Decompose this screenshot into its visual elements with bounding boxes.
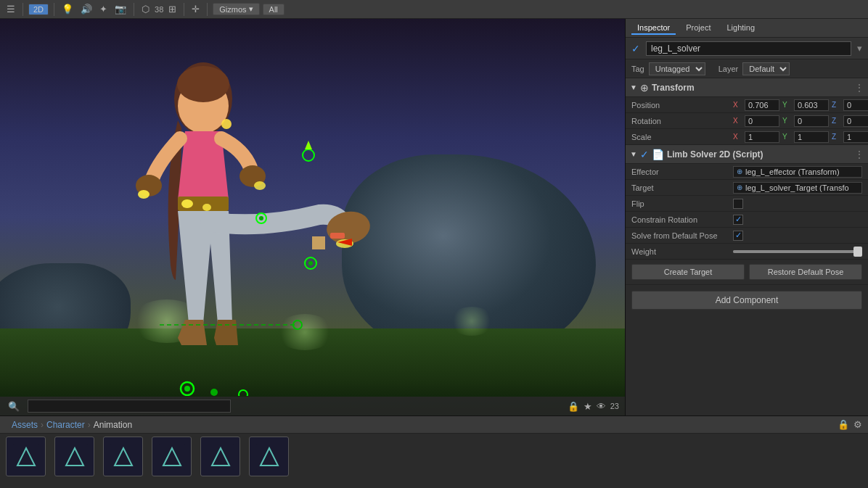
svg-point-23 (184, 386, 190, 392)
all-button[interactable]: All (263, 4, 284, 15)
separator (22, 3, 23, 16)
weight-label: Weight (631, 247, 733, 256)
scale-x-label: X (733, 133, 742, 141)
svg-point-2 (177, 66, 229, 102)
flip-row: Flip (626, 196, 868, 212)
active-checkbox[interactable]: ✓ (631, 43, 640, 54)
lock-icon[interactable]: 🔒 (568, 401, 579, 412)
constrain-rotation-row: Constrain Rotation ✓ (626, 212, 868, 228)
svg-point-4 (181, 199, 193, 208)
eye-icon[interactable]: 👁 (597, 401, 606, 412)
tab-inspector[interactable]: Inspector (631, 22, 676, 35)
rotation-row: Rotation X Y Z (626, 113, 868, 129)
audio-icon[interactable]: 🔊 (78, 4, 94, 15)
position-label: Position (631, 101, 733, 109)
breadcrumb-animation: Animation (94, 420, 132, 430)
anim-thumb-4[interactable] (152, 437, 192, 476)
target-field[interactable]: ⊕ leg_L_solver_Target (Transfo (733, 182, 862, 194)
transform-header[interactable]: ▼ ⊕ Transform ⋮ (626, 78, 868, 97)
light-icon[interactable]: 💡 (60, 4, 75, 15)
anim-thumb-6[interactable] (249, 437, 289, 476)
rotation-values: X Y Z (733, 115, 868, 127)
lock-bottom-icon[interactable]: 🔒 (838, 419, 849, 430)
transform-icon[interactable]: ✛ (189, 4, 202, 15)
position-row: Position X Y Z (626, 97, 868, 113)
constrain-rotation-checkmark: ✓ (735, 215, 742, 224)
transform-menu[interactable]: ⋮ (855, 83, 864, 93)
bookmark-icon[interactable]: ★ (584, 401, 592, 412)
breadcrumb-assets[interactable]: Assets (12, 420, 38, 430)
bottom-count: 23 (610, 402, 619, 410)
mode-2d-button[interactable]: 2D (28, 4, 49, 15)
limb-solver-checkbox[interactable]: ✓ (640, 149, 649, 160)
anim-thumb-3[interactable] (103, 437, 143, 476)
layer-select[interactable]: Default (742, 62, 790, 75)
svg-point-17 (259, 216, 263, 220)
object-name-input[interactable] (646, 41, 851, 56)
scale-x-input[interactable] (745, 131, 779, 143)
tag-label: Tag (631, 65, 644, 73)
weight-slider-handle[interactable] (853, 247, 862, 257)
svg-point-19 (308, 261, 313, 265)
rot-z-input[interactable] (843, 115, 868, 127)
scale-z-input[interactable] (843, 131, 868, 143)
weight-slider[interactable] (733, 250, 862, 253)
pos-z-label: Z (832, 101, 840, 109)
anim-thumb-1[interactable] (6, 437, 46, 476)
solve-default-checkbox[interactable]: ✓ (733, 231, 743, 241)
pos-y-input[interactable] (794, 99, 829, 111)
mesh-icon[interactable]: ⬡ (139, 4, 152, 15)
rot-y-input[interactable] (794, 115, 829, 127)
object-name-row: ✓ ▾ (626, 38, 868, 59)
flip-label: Flip (631, 199, 733, 208)
effects-icon[interactable]: ✦ (97, 4, 110, 15)
inspector-tabs: Inspector Project Lighting (626, 19, 868, 38)
search-icon[interactable]: 🔍 (6, 401, 22, 412)
pos-z-input[interactable] (843, 99, 868, 111)
restore-default-button[interactable]: Restore Default Pose (749, 264, 862, 280)
scale-y-label: Y (782, 133, 791, 141)
pos-y-label: Y (782, 101, 791, 109)
limb-solver-menu[interactable]: ⋮ (855, 149, 864, 160)
anim-thumb-5[interactable] (200, 437, 240, 476)
flip-checkbox[interactable] (733, 199, 743, 209)
rot-x-input[interactable] (745, 115, 779, 127)
effector-label: Effector (631, 168, 733, 176)
breadcrumb-character[interactable]: Character (46, 420, 85, 430)
rotation-label: Rotation (631, 117, 733, 125)
layer-label: Layer (718, 65, 739, 73)
scene-view[interactable]: 🔍 🔒 ★ 👁 23 (0, 19, 625, 415)
transform-section: Position X Y Z Rotation X Y Z (626, 97, 868, 145)
limb-solver-header[interactable]: ▼ ✓ 📄 Limb Solver 2D (Script) ⋮ (626, 145, 868, 164)
tab-project[interactable]: Project (680, 22, 716, 35)
character-svg (58, 33, 385, 396)
tab-lighting[interactable]: Lighting (721, 22, 761, 35)
effector-field[interactable]: ⊕ leg_L_effector (Transform) (733, 166, 862, 178)
solve-default-checkmark: ✓ (735, 231, 742, 240)
position-values: X Y Z (733, 99, 868, 111)
menu-icon[interactable]: ☰ (4, 4, 17, 15)
target-ref-text: leg_L_solver_Target (Transfo (745, 183, 849, 192)
constrain-rotation-checkbox[interactable]: ✓ (733, 215, 743, 225)
create-target-button[interactable]: Create Target (631, 264, 745, 280)
static-icon[interactable]: ▾ (857, 43, 862, 54)
svg-point-14 (303, 149, 314, 161)
action-buttons-row: Create Target Restore Default Pose (626, 260, 868, 285)
settings-bottom-icon[interactable]: ⚙ (853, 419, 862, 430)
anim-thumb-2[interactable] (54, 437, 94, 476)
scale-y-input[interactable] (794, 131, 829, 143)
search-input[interactable] (28, 400, 231, 413)
camera-icon[interactable]: 📷 (112, 4, 128, 15)
gizmos-button[interactable]: Gizmos ▾ (213, 3, 259, 15)
constrain-rotation-label: Constrain Rotation (631, 215, 733, 224)
pos-x-label: X (733, 101, 742, 109)
bottom-header-controls: 🔒 ⚙ (838, 419, 862, 430)
scene-bottom-bar: 🔍 🔒 ★ 👁 23 (0, 397, 625, 415)
anim-thumb-1-svg (12, 442, 41, 471)
add-component-button[interactable]: Add Component (631, 291, 862, 310)
grid-icon[interactable]: ⊞ (166, 4, 179, 15)
pos-x-input[interactable] (745, 99, 779, 111)
tag-select[interactable]: Untagged (649, 62, 705, 75)
breadcrumb-sep1: › (41, 420, 44, 430)
svg-rect-20 (312, 236, 325, 249)
